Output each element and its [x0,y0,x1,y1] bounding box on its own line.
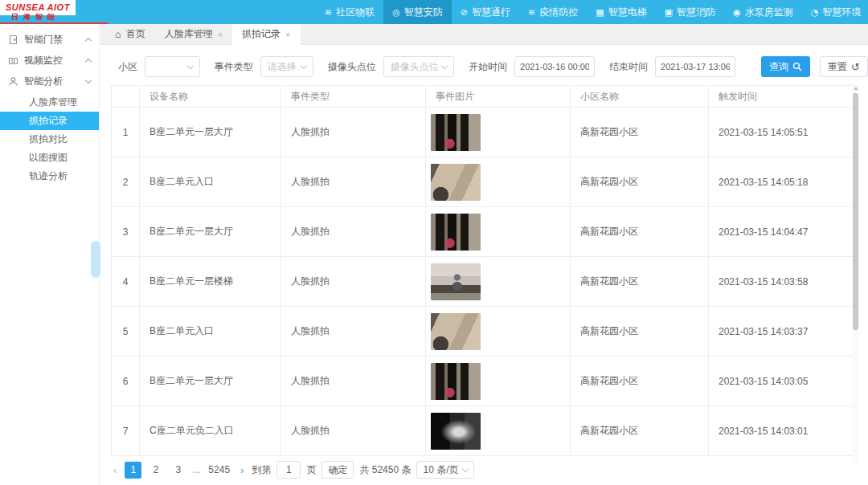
community-name: 高新花园小区 [571,157,709,207]
event-snapshot-image[interactable] [431,214,481,251]
event-snapshot-image[interactable] [431,164,481,201]
close-icon[interactable]: × [218,30,223,39]
scrollbar-thumb[interactable] [853,93,858,330]
chevron-down-icon [85,77,92,84]
nav-item-smart-security[interactable]: ◎ 智慧安防 [383,0,452,24]
sidebar-item-smart-analysis[interactable]: 智能分析 [0,71,99,92]
trigger-time: 2021-03-15 14:03:58 [709,257,856,307]
sidebar-submenu: 人脸库管理 抓拍记录 抓拍对比 以图搜图 轨迹分析 [0,93,99,185]
community-iot-icon: ≋ [325,8,332,17]
sidebar-collapse-handle[interactable] [91,241,100,278]
camera-icon [8,55,18,66]
page-button-last[interactable]: 5245 [206,462,232,479]
table-row: 2 B座二单元入口 人脸抓拍 高新花园小区 2021-03-15 14:05:1… [112,157,856,207]
main-content: ⌂ 首页 人脸库管理 × 抓拍记录 × 小区 事件类型 请选择 摄像头点位 摄像… [100,24,868,485]
table-row: 1 B座二单元一层大厅 人脸抓拍 高新花园小区 2021-03-15 14:05… [112,108,856,157]
event-type: 人脸抓拍 [281,406,426,456]
sidebar: 智能门禁 视频监控 智能分析 人脸库管理 抓拍记录 抓拍对比 以图搜图 轨迹分析 [0,24,100,485]
search-button-label: 查询 [769,60,788,74]
sidebar-item-face-library[interactable]: 人脸库管理 [0,93,99,112]
next-page-button[interactable]: › [238,464,246,476]
trigger-time: 2021-03-15 14:05:51 [709,108,856,157]
total-count-label: 共 52450 条 [359,463,411,477]
prev-page-button[interactable]: ‹ [111,464,119,476]
goto-page-input[interactable] [276,461,301,479]
person-icon [8,76,18,87]
table-scrollbar[interactable] [853,85,858,462]
event-snapshot-image[interactable] [431,413,481,450]
page-button-3[interactable]: 3 [170,462,186,479]
event-snapshot-image[interactable] [431,114,481,151]
end-time-input[interactable] [655,56,735,77]
scroll-up-icon[interactable] [854,87,858,90]
event-snapshot-image[interactable] [431,263,481,300]
chevron-up-icon [85,58,92,64]
chevron-down-icon [186,63,193,69]
chevron-down-icon [462,466,469,472]
camera-point-select[interactable]: 摄像头点位 [383,56,454,77]
home-icon: ⌂ [115,29,121,40]
device-name: B座二单元入口 [140,307,281,357]
sidebar-item-video-monitor[interactable]: 视频监控 [0,50,99,71]
smart-elevator-icon: ▦ [596,8,604,17]
event-type-placeholder: 请选择 [268,60,297,74]
nav-label: 水泵房监测 [745,6,793,19]
chevron-down-icon [441,63,448,69]
close-icon[interactable]: × [285,30,290,39]
nav-label: 智慧安防 [404,6,443,19]
event-snapshot-image[interactable] [431,313,481,350]
top-navigation: ≋ 社区物联 ◎ 智慧安防 ⊘ 智慧通行 ≋ 疫情防控 ▦ 智慧电梯 ▣ 智慧消… [316,0,868,24]
tab-home[interactable]: ⌂ 首页 [105,24,155,45]
nav-item-smart-access[interactable]: ⊘ 智慧通行 [452,0,519,24]
page-size-select[interactable]: 10 条/页 [416,461,474,479]
sidebar-item-capture-compare[interactable]: 抓拍对比 [0,130,99,149]
goto-label: 到第 [252,463,271,477]
event-type: 人脸抓拍 [281,157,426,207]
sidebar-item-capture-records[interactable]: 抓拍记录 [0,112,99,130]
tab-face-library[interactable]: 人脸库管理 × [155,24,232,45]
event-type: 人脸抓拍 [281,108,426,157]
community-label: 小区 [118,60,137,74]
pump-room-icon: ◉ [733,8,741,17]
start-time-input[interactable] [514,56,595,77]
nav-label: 智慧消防 [677,6,715,19]
nav-item-pump-room-monitor[interactable]: ◉ 水泵房监测 [724,0,802,24]
nav-item-smart-environment[interactable]: ◔ 智慧环境 [802,0,868,24]
community-name: 高新花园小区 [571,108,709,157]
table-header-row: 设备名称 事件类型 事件图片 小区名称 触发时间 [112,86,856,108]
event-type-select[interactable]: 请选择 [260,56,313,77]
trigger-time: 2021-03-15 14:04:47 [709,207,856,257]
trigger-time: 2021-03-15 14:03:37 [709,307,856,357]
nav-item-smart-fire[interactable]: ▣ 智慧消防 [656,0,724,24]
community-select[interactable] [145,56,200,77]
nav-item-community-iot[interactable]: ≋ 社区物联 [316,0,383,24]
page-button-2[interactable]: 2 [147,462,164,479]
row-index: 7 [112,406,140,456]
end-time-label: 结束时间 [609,60,648,74]
reset-button[interactable]: 重置 ↺ [820,56,868,77]
sidebar-item-label: 智能分析 [24,75,80,88]
nav-label: 智慧环境 [822,6,861,19]
confirm-button[interactable]: 确定 [321,461,354,479]
row-index: 2 [112,157,140,207]
event-snapshot-image[interactable] [431,363,481,400]
sidebar-item-door-access[interactable]: 智能门禁 [0,29,99,50]
community-name: 高新花园小区 [571,406,709,456]
search-icon [792,62,802,71]
community-name: 高新花园小区 [571,257,709,307]
page-button-1[interactable]: 1 [125,462,141,479]
camera-point-label: 摄像头点位 [328,60,376,74]
device-name: B座二单元一层楼梯 [140,257,281,307]
smart-security-icon: ◎ [392,8,400,17]
search-button[interactable]: 查询 [761,56,810,77]
sidebar-item-search-by-image[interactable]: 以图搜图 [0,149,99,167]
nav-item-smart-elevator[interactable]: ▦ 智慧电梯 [587,0,655,24]
device-name: C座二单元负二入口 [140,406,281,456]
table-row: 7 C座二单元负二入口 人脸抓拍 高新花园小区 2021-03-15 14:03… [112,406,856,456]
nav-label: 智慧电梯 [608,6,647,19]
row-index: 6 [112,357,140,406]
tab-capture-records[interactable]: 抓拍记录 × [232,24,300,45]
sidebar-item-trajectory-analysis[interactable]: 轨迹分析 [0,167,99,185]
nav-item-epidemic-control[interactable]: ≋ 疫情防控 [519,0,587,24]
header-event-image: 事件图片 [426,86,571,108]
